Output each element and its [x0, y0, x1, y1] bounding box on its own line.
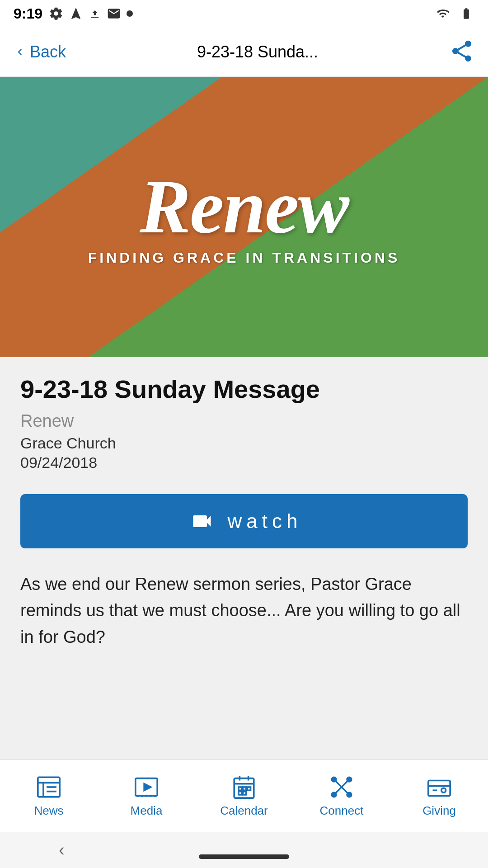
hero-gradient: Renew FINDING GRACE IN TRANSITIONS [0, 77, 488, 357]
bottom-nav: News Media Calendar [0, 760, 488, 832]
nav-item-connect[interactable]: Connect [293, 774, 390, 818]
hero-banner: Renew FINDING GRACE IN TRANSITIONS [0, 77, 488, 357]
nav-calendar-label: Calendar [220, 804, 268, 818]
status-time: 9:19 [14, 5, 42, 22]
gmail-icon [107, 6, 121, 21]
series-name: Renew [20, 411, 468, 431]
svg-rect-27 [428, 781, 450, 796]
page-title: 9-23-18 Sunda... [197, 42, 318, 61]
nav-header: Back 9-23-18 Sunda... [0, 27, 488, 77]
hero-subtitle: FINDING GRACE IN TRANSITIONS [24, 250, 464, 266]
wifi-icon [435, 7, 451, 20]
video-icon [186, 509, 218, 533]
calendar-icon [230, 774, 258, 800]
content-area: 9-23-18 Sunday Message Renew Grace Churc… [0, 357, 488, 669]
nav-giving-label: Giving [422, 804, 456, 818]
back-label: Back [30, 42, 66, 61]
status-bar-left: 9:19 [14, 5, 133, 22]
svg-point-26 [347, 793, 352, 797]
news-icon [34, 774, 63, 800]
home-indicator-bar: ‹ [0, 832, 488, 868]
nav-item-news[interactable]: News [0, 774, 98, 818]
navigation-icon [69, 6, 83, 21]
giving-icon [425, 774, 454, 800]
home-indicator[interactable] [199, 854, 289, 859]
nav-item-giving[interactable]: Giving [390, 774, 488, 818]
svg-rect-20 [243, 792, 246, 795]
watch-label: watch [228, 510, 302, 533]
settings-icon [49, 6, 63, 21]
status-icons [49, 6, 133, 21]
nav-item-calendar[interactable]: Calendar [195, 774, 293, 818]
nav-news-label: News [34, 804, 63, 818]
svg-point-24 [347, 777, 352, 782]
nav-item-media[interactable]: Media [98, 774, 195, 818]
status-bar-right [435, 7, 474, 20]
status-bar: 9:19 [0, 0, 488, 27]
notification-dot [127, 10, 133, 17]
svg-point-25 [332, 793, 336, 797]
nav-connect-label: Connect [320, 804, 364, 818]
media-icon [132, 774, 161, 800]
hero-text-container: Renew FINDING GRACE IN TRANSITIONS [24, 168, 464, 266]
svg-rect-19 [239, 792, 242, 795]
hero-title: Renew [24, 168, 464, 245]
watch-button[interactable]: watch [20, 494, 468, 548]
download-icon [89, 6, 101, 21]
sermon-title: 9-23-18 Sunday Message [20, 375, 468, 403]
sermon-date: 09/24/2018 [20, 454, 468, 472]
share-button[interactable] [449, 38, 474, 66]
svg-rect-17 [243, 787, 246, 790]
back-button[interactable]: Back [14, 42, 66, 62]
svg-point-23 [332, 777, 336, 782]
church-name: Grace Church [20, 434, 468, 452]
share-icon [449, 38, 474, 64]
svg-point-30 [441, 788, 446, 793]
back-chevron-icon [14, 42, 26, 62]
sermon-description: As we end our Renew sermon series, Pasto… [20, 571, 468, 651]
nav-media-label: Media [131, 804, 163, 818]
connect-icon [327, 774, 356, 800]
back-arrow-bottom: ‹ [59, 840, 65, 860]
svg-rect-18 [247, 787, 250, 790]
battery-icon [458, 7, 474, 20]
svg-rect-16 [239, 787, 242, 790]
svg-marker-6 [144, 784, 151, 791]
